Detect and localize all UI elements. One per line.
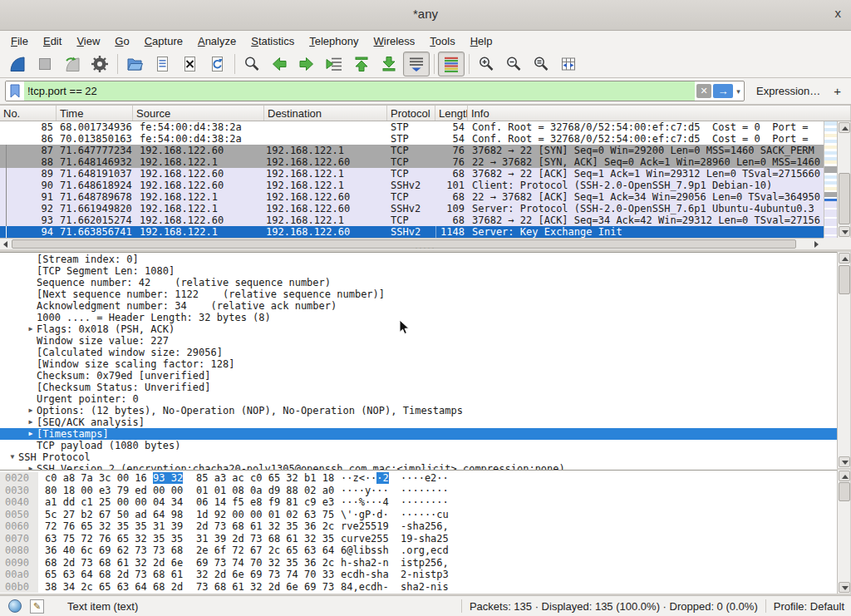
hex-row[interactable]: 00505c 27 b2 67 50 ad 64 981d 92 00 00 0… (0, 509, 837, 521)
column-header-length[interactable]: Length (435, 106, 468, 121)
go-forward-button[interactable] (293, 52, 320, 76)
hex-row[interactable]: 008036 40 6c 69 62 73 73 682e 6f 72 67 2… (0, 545, 837, 557)
column-header-destination[interactable]: Destination (264, 106, 387, 121)
packet-row[interactable]: 9071.648618924192.168.122.60192.168.122.… (0, 180, 824, 191)
detail-line[interactable]: [TCP Segment Len: 1080] (0, 265, 837, 277)
hex-row[interactable]: 007063 75 72 76 65 32 35 3531 39 2d 73 6… (0, 533, 837, 545)
detail-line[interactable]: ▼SSH Protocol (0, 451, 837, 463)
detail-line[interactable]: [Window size scaling factor: 128] (0, 358, 837, 370)
collapse-icon[interactable]: ▼ (7, 451, 18, 463)
scroll-up-icon[interactable] (839, 471, 850, 481)
reload-file-button[interactable] (204, 52, 230, 76)
column-header-protocol[interactable]: Protocol (387, 106, 435, 121)
details-vscrollbar[interactable] (837, 252, 850, 468)
hex-row[interactable]: 003080 18 00 e3 79 ed 00 0001 01 08 0a d… (0, 485, 837, 497)
detail-line[interactable]: ▶Flags: 0x018 (PSH, ACK) (0, 323, 837, 335)
packet-row[interactable]: 9371.662015274192.168.122.60192.168.122.… (0, 214, 824, 226)
scrollbar-thumb[interactable] (839, 173, 850, 224)
menu-item-analyze[interactable]: Analyze (190, 33, 243, 49)
scroll-left-icon[interactable] (0, 239, 11, 249)
packet-row[interactable]: 8871.648146932192.168.122.1192.168.122.6… (0, 156, 824, 168)
detail-line[interactable]: Sequence number: 42 (relative sequence n… (0, 277, 837, 288)
hex-row[interactable]: 00b038 34 2c 65 63 64 68 2d73 68 61 32 2… (0, 581, 837, 594)
packet-row[interactable]: 9171.648789678192.168.122.1192.168.122.6… (0, 191, 824, 203)
detail-line[interactable]: Acknowledgment number: 34 (relative ack … (0, 300, 837, 312)
close-file-button[interactable] (176, 52, 203, 76)
packet-row[interactable]: 8771.647777234192.168.122.60192.168.122.… (0, 145, 824, 156)
detail-line[interactable]: [Calculated window size: 29056] (0, 347, 837, 358)
stop-capture-button[interactable] (32, 52, 58, 76)
menu-item-go[interactable]: Go (107, 33, 136, 49)
hex-row[interactable]: 009068 2d 73 68 61 32 2d 6e69 73 74 70 3… (0, 557, 837, 569)
pane-splitter[interactable]: ····· (409, 246, 442, 249)
go-back-button[interactable] (266, 52, 293, 76)
expression-button[interactable]: Expression… (756, 85, 820, 97)
capture-comment-icon[interactable]: ✎ (30, 599, 44, 614)
scrollbar-thumb[interactable] (839, 265, 850, 294)
detail-line[interactable]: [Checksum Status: Unverified] (0, 382, 837, 393)
menu-item-telephony[interactable]: Telephony (302, 33, 366, 49)
resize-columns-button[interactable] (555, 52, 582, 76)
detail-line[interactable]: TCP payload (1080 bytes) (0, 440, 837, 451)
close-window-icon[interactable]: x (835, 6, 842, 20)
hex-row[interactable]: 00a065 63 64 68 2d 73 68 6132 2d 6e 69 7… (0, 569, 837, 581)
column-header-info[interactable]: Info (468, 106, 851, 121)
menu-item-tools[interactable]: Tools (422, 33, 462, 49)
packet-row[interactable]: 8568.001734936fe:54:00:d4:38:2aSTP54Conf… (0, 121, 824, 133)
expand-icon[interactable]: ▶ (25, 428, 37, 440)
go-to-packet-button[interactable] (321, 52, 347, 76)
go-first-button[interactable] (348, 52, 375, 76)
filter-dropdown-icon[interactable]: ▾ (733, 87, 744, 96)
detail-line[interactable]: ▶[SEQ/ACK analysis] (0, 416, 837, 428)
detail-line[interactable]: Urgent pointer: 0 (0, 393, 837, 405)
menu-item-help[interactable]: Help (463, 33, 500, 49)
detail-line[interactable]: 1000 .... = Header Length: 32 bytes (8) (0, 312, 837, 323)
scroll-right-icon[interactable] (811, 239, 822, 249)
expand-icon[interactable]: ▶ (25, 323, 37, 335)
auto-scroll-button[interactable] (403, 52, 430, 76)
menu-item-wireless[interactable]: Wireless (366, 33, 423, 49)
menu-item-edit[interactable]: Edit (36, 33, 69, 49)
packet-row[interactable]: 9471.663856741192.168.122.1192.168.122.6… (0, 226, 824, 238)
scroll-up-icon[interactable] (839, 122, 850, 133)
filter-clear-icon[interactable]: ✕ (696, 84, 711, 98)
scrollbar-thumb[interactable] (12, 239, 796, 249)
zoom-out-button[interactable] (500, 52, 527, 76)
packet-row[interactable]: 9271.661949820192.168.122.1192.168.122.6… (0, 203, 824, 214)
status-profile[interactable]: Profile: Default (774, 600, 844, 613)
open-file-button[interactable] (121, 52, 148, 76)
scroll-up-icon[interactable] (839, 253, 850, 264)
column-header-no[interactable]: No. (0, 106, 57, 121)
hex-row[interactable]: 006072 76 65 32 35 35 31 392d 73 68 61 3… (0, 520, 837, 533)
detail-line[interactable]: [Stream index: 0] (0, 254, 837, 265)
save-file-button[interactable] (149, 52, 175, 76)
display-filter-input[interactable]: !tcp.port == 22 (24, 81, 695, 101)
start-capture-button[interactable] (4, 52, 31, 76)
add-filter-button[interactable]: + (834, 84, 841, 98)
packet-list-minimap[interactable] (824, 121, 837, 238)
capture-options-button[interactable] (86, 52, 113, 76)
find-packet-button[interactable] (239, 52, 265, 76)
zoom-original-button[interactable] (528, 52, 554, 76)
menu-item-file[interactable]: File (3, 33, 36, 49)
menu-item-view[interactable]: View (69, 33, 107, 49)
scroll-down-icon[interactable] (839, 226, 850, 237)
go-last-button[interactable] (376, 52, 402, 76)
menu-item-capture[interactable]: Capture (137, 33, 190, 49)
filter-apply-icon[interactable]: → (713, 84, 733, 98)
expand-icon[interactable]: ▶ (25, 416, 37, 428)
scrollbar-thumb[interactable] (839, 482, 850, 501)
restart-capture-button[interactable] (59, 52, 86, 76)
column-header-source[interactable]: Source (133, 106, 264, 121)
packet-row[interactable]: 8670.013850163fe:54:00:d4:38:2aSTP54Conf… (0, 133, 824, 145)
pane-splitter[interactable]: ····· (409, 466, 442, 469)
filter-bookmark-icon[interactable] (6, 81, 24, 101)
packet-row[interactable]: 8971.648191037192.168.122.60192.168.122.… (0, 168, 824, 180)
expert-info-icon[interactable] (8, 599, 22, 613)
hex-row[interactable]: 0020c0 a8 7a 3c 00 16 93 3285 a3 ac c0 6… (0, 472, 837, 485)
packet-list-vscrollbar[interactable] (837, 121, 850, 238)
expand-icon[interactable]: ▶ (25, 463, 37, 470)
menu-item-statistics[interactable]: Statistics (243, 33, 302, 49)
bytes-vscrollbar[interactable] (837, 470, 850, 594)
colorize-button[interactable] (438, 52, 465, 76)
